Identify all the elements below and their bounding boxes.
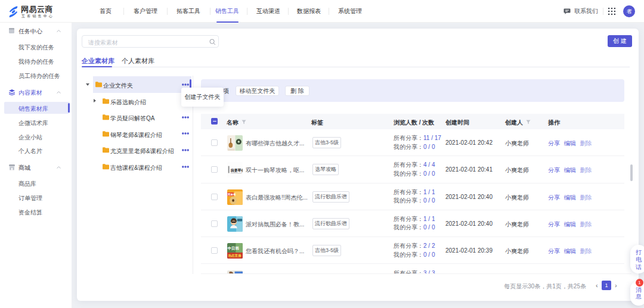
- svg-text:我要琴你: 我要琴你: [230, 169, 243, 173]
- svg-text:热恋直播: 热恋直播: [228, 254, 242, 259]
- svg-text:中日韩: 中日韩: [228, 246, 240, 251]
- svg-text:阿单哥: 阿单哥: [228, 192, 236, 197]
